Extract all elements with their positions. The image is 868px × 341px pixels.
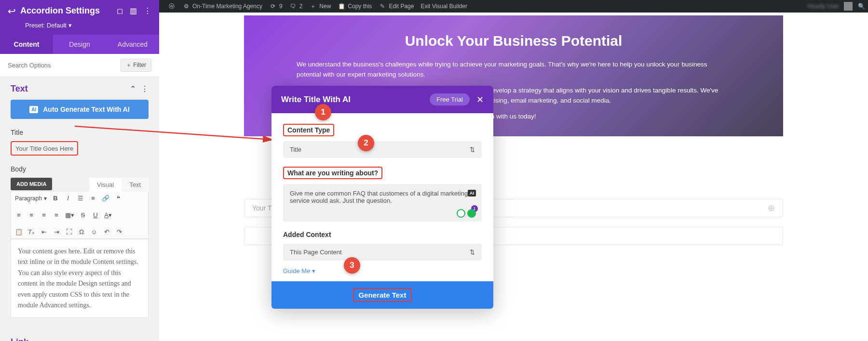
grammarly-status-icon[interactable] <box>467 209 476 218</box>
search-options-input[interactable] <box>8 62 121 69</box>
paste-icon[interactable]: 📋 <box>15 228 23 236</box>
about-label: What are you writing about? <box>283 167 382 179</box>
indent-icon[interactable]: ⇥ <box>53 228 60 236</box>
title-input[interactable]: Your Title Goes Here <box>11 141 78 156</box>
table-icon[interactable]: ▦▾ <box>65 211 74 219</box>
guide-me-link[interactable]: Guide Me ▾ <box>283 267 482 275</box>
callout-2: 2 <box>358 135 374 151</box>
expand-icon[interactable]: ⊕ <box>768 203 775 213</box>
section-link-title: Link <box>11 337 149 341</box>
user-greeting[interactable]: Howdy User <box>808 3 839 10</box>
callout-1: 1 <box>315 104 331 120</box>
fullscreen-icon[interactable]: ⛶ <box>65 228 73 236</box>
emoji-icon[interactable]: ☺ <box>90 228 98 236</box>
preset-dropdown[interactable]: Preset: Default ▾ <box>0 22 159 35</box>
hover-icon[interactable]: ◻ <box>117 6 123 15</box>
chevron-updown-icon: ⇅ <box>470 146 475 153</box>
section-more-icon[interactable]: ⋮ <box>141 84 149 93</box>
special-char-icon[interactable]: Ω <box>78 228 85 236</box>
search-icon[interactable]: 🔍 <box>857 2 865 10</box>
updates-link[interactable]: ⟳9 <box>269 2 283 10</box>
undo-icon[interactable]: ↶ <box>103 228 110 236</box>
redo-icon[interactable]: ↷ <box>115 228 123 236</box>
ol-icon[interactable]: ≡ <box>89 195 97 202</box>
link-icon[interactable]: 🔗 <box>102 195 109 202</box>
about-textarea[interactable]: Give me one common FAQ that customers of… <box>283 184 482 222</box>
grammarly-icon[interactable] <box>457 209 465 218</box>
back-icon[interactable]: ↩ <box>8 7 15 15</box>
clear-format-icon[interactable]: Tₓ <box>27 228 35 236</box>
bold-icon[interactable]: B <box>52 195 59 202</box>
hero-p1: We understand the business's challenges … <box>297 60 731 80</box>
copy-link[interactable]: 📋Copy this <box>338 2 372 10</box>
collapse-icon[interactable]: ⌃ <box>130 84 136 93</box>
site-name-link[interactable]: ⚙On-Time Marketing Agency <box>182 2 262 10</box>
avatar[interactable] <box>844 2 853 11</box>
add-media-button[interactable]: ADD MEDIA <box>11 178 52 190</box>
outdent-icon[interactable]: ⇤ <box>40 228 48 236</box>
tab-advanced[interactable]: Advanced <box>106 35 159 54</box>
page-canvas: Unlock Your Business Potential We unders… <box>159 13 868 341</box>
filter-button[interactable]: ＋ Filter <box>121 59 151 72</box>
text-tab[interactable]: Text <box>122 178 149 192</box>
align-center-icon[interactable]: ≡ <box>27 211 35 219</box>
content-type-select[interactable]: Title⇅ <box>283 141 482 158</box>
chevron-updown-icon: ⇅ <box>470 249 475 256</box>
tab-design[interactable]: Design <box>53 35 106 54</box>
align-justify-icon[interactable]: ≡ <box>53 211 60 219</box>
ai-modal: Write Title With AI Free Trial ✕ Content… <box>271 86 493 309</box>
title-label: Title <box>11 129 149 136</box>
underline-icon[interactable]: U <box>92 211 99 219</box>
free-trial-badge[interactable]: Free Trial <box>430 93 470 105</box>
new-content-link[interactable]: ＋New <box>309 2 331 10</box>
more-icon[interactable]: ⋮ <box>144 6 151 15</box>
added-context-select[interactable]: This Page Content⇅ <box>283 244 482 261</box>
paragraph-select[interactable]: Paragraph ▾ <box>15 195 47 202</box>
body-editor[interactable]: Your content goes here. Edit or remove t… <box>11 239 149 318</box>
generate-text-button[interactable]: Generate Text <box>353 288 412 302</box>
body-label: Body <box>11 165 149 173</box>
align-left-icon[interactable]: ≡ <box>15 211 23 219</box>
close-icon[interactable]: ✕ <box>476 94 484 105</box>
content-type-label: Content Type <box>283 124 334 136</box>
tab-content[interactable]: Content <box>0 35 53 54</box>
added-context-label: Added Context <box>283 231 331 238</box>
italic-icon[interactable]: I <box>64 195 72 202</box>
ul-icon[interactable]: ☰ <box>77 195 84 202</box>
editor-toolbar: Paragraph ▾ B I ☰ ≡ 🔗 ❝ ≡ ≡ ≡ ≡ ▦▾ S U A… <box>11 192 149 239</box>
sidebar-title: Accordion Settings <box>20 6 112 16</box>
auto-generate-ai-button[interactable]: AI Auto Generate Text With AI <box>11 100 149 119</box>
settings-sidebar: ↩ Accordion Settings ◻ ▥ ⋮ Preset: Defau… <box>0 0 159 341</box>
ai-badge-icon: AI <box>29 106 38 113</box>
align-right-icon[interactable]: ≡ <box>40 211 48 219</box>
modal-title: Write Title With AI <box>281 95 430 105</box>
ai-badge-icon: AI <box>468 190 476 197</box>
text-color-icon[interactable]: A▾ <box>104 211 112 219</box>
edit-page-link[interactable]: ✎Edit Page <box>379 2 414 10</box>
comments-link[interactable]: 🗨2 <box>289 2 303 10</box>
hero-heading: Unlock Your Business Potential <box>273 33 754 49</box>
section-text-title: Text <box>11 84 28 94</box>
strike-icon[interactable]: S <box>79 211 87 219</box>
exit-visual-builder[interactable]: Exit Visual Builder <box>420 3 467 10</box>
callout-3: 3 <box>344 257 360 274</box>
wp-logo[interactable]: ⓦ <box>168 2 176 10</box>
visual-tab[interactable]: Visual <box>89 178 122 192</box>
quote-icon[interactable]: ❝ <box>114 195 122 202</box>
responsive-icon[interactable]: ▥ <box>130 6 137 15</box>
